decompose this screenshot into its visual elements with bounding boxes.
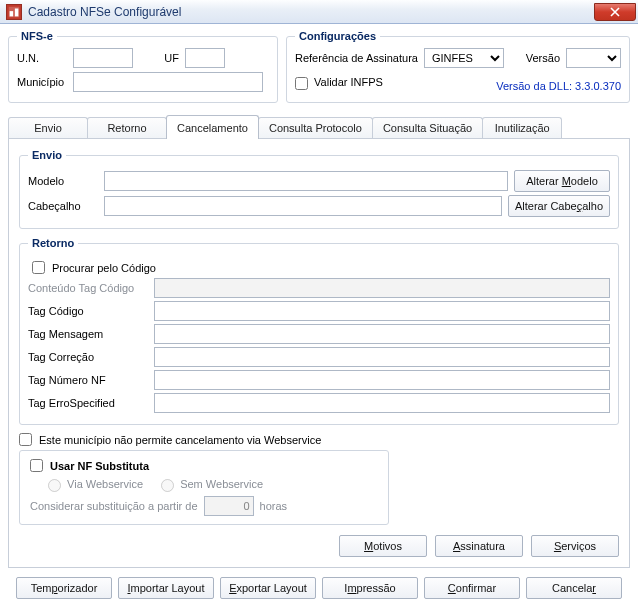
retorno-fieldset: Retorno Procurar pelo Código Conteúdo Ta… (19, 237, 619, 425)
tab-envio[interactable]: Envio (8, 117, 88, 139)
confirmar-button[interactable]: Confirmar (424, 577, 520, 599)
considerar-sub-label-pre: Considerar substituição a partir de (30, 500, 198, 512)
impressao-button[interactable]: Impressão (322, 577, 418, 599)
tag-numero-nf-label: Tag Número NF (28, 374, 148, 386)
window-title: Cadastro NFSe Configurável (28, 5, 594, 19)
tag-errospecified-input[interactable] (154, 393, 610, 413)
envio-legend: Envio (28, 149, 66, 161)
tag-mensagem-label: Tag Mensagem (28, 328, 148, 340)
sem-webservice-label: Sem Webservice (161, 478, 263, 492)
conteudo-tag-codigo-input (154, 278, 610, 298)
alterar-cabecalho-button[interactable]: Alterar Cabeçalho (508, 195, 610, 217)
envio-fieldset: Envio Modelo Alterar Modelo Cabeçalho Al… (19, 149, 619, 229)
svg-rect-2 (15, 8, 19, 16)
uf-input[interactable] (185, 48, 225, 68)
considerar-sub-input (204, 496, 254, 516)
tag-numero-nf-input[interactable] (154, 370, 610, 390)
validar-infps-checkbox-label[interactable]: Validar INFPS (295, 76, 383, 90)
usar-nf-substituta-label[interactable]: Usar NF Substituta (30, 459, 378, 472)
app-icon (6, 4, 22, 20)
procurar-codigo-label[interactable]: Procurar pelo Código (32, 261, 610, 274)
tab-inutilizacao[interactable]: Inutilização (482, 117, 562, 139)
un-label: U.N. (17, 52, 67, 64)
cabecalho-label: Cabeçalho (28, 200, 98, 212)
tab-page-cancelamento: Envio Modelo Alterar Modelo Cabeçalho Al… (8, 138, 630, 568)
tab-cancelamento[interactable]: Cancelamento (166, 115, 259, 139)
uf-label: UF (151, 52, 179, 64)
tag-mensagem-input[interactable] (154, 324, 610, 344)
titlebar: Cadastro NFSe Configurável (0, 0, 638, 24)
tab-consulta-situacao[interactable]: Consulta Situação (372, 117, 483, 139)
municipio-input[interactable] (73, 72, 263, 92)
conteudo-tag-codigo-label: Conteúdo Tag Código (28, 282, 148, 294)
nfse-fieldset: NFS-e U.N. UF Município (8, 30, 278, 103)
modelo-label: Modelo (28, 175, 98, 187)
bottom-button-bar: Temporizador Importar Layout Exportar La… (8, 577, 630, 599)
ref-assinatura-select[interactable]: GINFES (424, 48, 504, 68)
sem-webservice-radio (161, 479, 174, 492)
validar-infps-checkbox[interactable] (295, 77, 308, 90)
versao-select[interactable] (566, 48, 621, 68)
versao-dll-label: Versão da DLL: 3.3.0.370 (496, 80, 621, 92)
un-input[interactable] (73, 48, 133, 68)
procurar-codigo-checkbox[interactable] (32, 261, 45, 274)
tag-correcao-label: Tag Correção (28, 351, 148, 363)
tag-correcao-input[interactable] (154, 347, 610, 367)
tab-control: Envio Retorno Cancelamento Consulta Prot… (8, 115, 630, 569)
mun-nao-permite-label[interactable]: Este município não permite cancelamento … (19, 433, 619, 446)
via-webservice-label: Via Webservice (48, 478, 143, 492)
versao-label: Versão (526, 52, 560, 64)
tag-errospecified-label: Tag ErroSpecified (28, 397, 148, 409)
mun-nao-permite-checkbox[interactable] (19, 433, 32, 446)
config-legend: Configurações (295, 30, 380, 42)
close-button[interactable] (594, 3, 636, 21)
municipio-label: Município (17, 76, 67, 88)
nfse-legend: NFS-e (17, 30, 57, 42)
motivos-button[interactable]: Motivos (339, 535, 427, 557)
assinatura-button[interactable]: Assinatura (435, 535, 523, 557)
cancelar-button[interactable]: Cancelar (526, 577, 622, 599)
importar-layout-button[interactable]: Importar Layout (118, 577, 214, 599)
considerar-sub-label-post: horas (260, 500, 288, 512)
alterar-modelo-button[interactable]: Alterar Modelo (514, 170, 610, 192)
exportar-layout-button[interactable]: Exportar Layout (220, 577, 316, 599)
temporizador-button[interactable]: Temporizador (16, 577, 112, 599)
config-fieldset: Configurações Referência de Assinatura G… (286, 30, 630, 103)
tag-codigo-label: Tag Código (28, 305, 148, 317)
svg-rect-1 (10, 11, 14, 16)
tab-retorno[interactable]: Retorno (87, 117, 167, 139)
usar-nf-substituta-checkbox[interactable] (30, 459, 43, 472)
servicos-button[interactable]: Serviços (531, 535, 619, 557)
retorno-legend: Retorno (28, 237, 78, 249)
cabecalho-input[interactable] (104, 196, 502, 216)
tag-codigo-input[interactable] (154, 301, 610, 321)
tab-consulta-protocolo[interactable]: Consulta Protocolo (258, 117, 373, 139)
modelo-input[interactable] (104, 171, 508, 191)
via-webservice-radio (48, 479, 61, 492)
usar-nf-substituta-box: Usar NF Substituta Via Webservice Sem We… (19, 450, 389, 525)
ref-assinatura-label: Referência de Assinatura (295, 52, 418, 64)
